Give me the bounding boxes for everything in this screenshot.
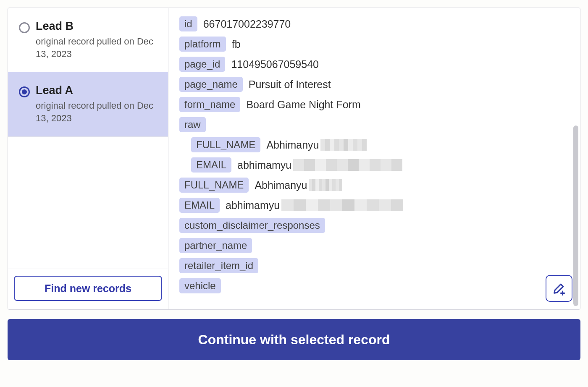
field-custom-disclaimer-responses: custom_disclaimer_responses: [179, 218, 569, 233]
field-form-name: form_name Board Game Night Form: [179, 97, 569, 112]
field-raw-email: EMAIL abhimamyu: [191, 157, 569, 173]
field-key: page_name: [179, 77, 243, 92]
field-id: id 667017002239770: [179, 16, 569, 31]
lead-text: Lead A original record pulled on Dec 13,…: [36, 84, 159, 124]
lead-subtitle: original record pulled on Dec 13, 2023: [36, 99, 159, 124]
field-key: FULL_NAME: [191, 137, 260, 152]
scrollbar[interactable]: [573, 126, 578, 306]
field-value: abhimamyu: [237, 159, 402, 171]
redacted-region: [309, 179, 342, 191]
field-value: fb: [232, 38, 241, 50]
redacted-region: [320, 139, 367, 151]
edit-button[interactable]: [546, 275, 572, 302]
find-new-records-button[interactable]: Find new records: [14, 276, 162, 301]
field-key: FULL_NAME: [179, 178, 249, 193]
field-email: EMAIL abhimamyu: [179, 198, 569, 213]
field-key: page_id: [179, 57, 225, 72]
field-key: platform: [179, 37, 226, 52]
redacted-region: [293, 159, 402, 171]
lead-text: Lead B original record pulled on Dec 13,…: [36, 20, 159, 60]
radio-unchecked-icon[interactable]: [19, 22, 30, 33]
field-partner-name: partner_name: [179, 238, 569, 253]
sidebar-spacer: [8, 137, 168, 269]
radio-checked-icon[interactable]: [19, 86, 30, 97]
lead-title: Lead A: [36, 84, 159, 97]
record-panel: Lead B original record pulled on Dec 13,…: [8, 8, 580, 310]
value-text: Abhimanyu: [255, 179, 307, 191]
record-detail: id 667017002239770 platform fb page_id 1…: [168, 8, 580, 309]
redacted-region: [281, 199, 403, 211]
field-key: form_name: [179, 97, 240, 112]
field-raw-full-name: FULL_NAME Abhimanyu: [191, 137, 569, 152]
value-text: Abhimanyu: [266, 139, 319, 151]
lead-title: Lead B: [36, 20, 159, 33]
field-key: retailer_item_id: [179, 258, 258, 273]
field-value: abhimamyu: [226, 199, 403, 212]
field-value: Pursuit of Interest: [249, 78, 331, 91]
lead-subtitle: original record pulled on Dec 13, 2023: [36, 35, 159, 60]
field-key: raw: [179, 117, 206, 132]
field-page-id: page_id 110495067059540: [179, 57, 569, 72]
value-text: abhimamyu: [237, 159, 291, 171]
field-page-name: page_name Pursuit of Interest: [179, 77, 569, 92]
field-raw: raw: [179, 117, 569, 132]
field-value: Abhimanyu: [266, 139, 367, 151]
lead-sidebar: Lead B original record pulled on Dec 13,…: [8, 8, 168, 309]
edit-plus-icon: [552, 281, 566, 295]
value-text: abhimamyu: [226, 199, 280, 212]
field-key: partner_name: [179, 238, 252, 253]
field-value: Board Game Night Form: [246, 99, 360, 111]
field-vehicle: vehicle: [179, 278, 569, 293]
lead-option-b[interactable]: Lead B original record pulled on Dec 13,…: [8, 8, 168, 72]
field-key: vehicle: [179, 278, 221, 293]
field-value: 110495067059540: [231, 58, 319, 71]
continue-button[interactable]: Continue with selected record: [8, 319, 580, 360]
field-retailer-item-id: retailer_item_id: [179, 258, 569, 273]
field-value: Abhimanyu: [255, 179, 342, 191]
field-key: id: [179, 16, 197, 31]
field-value: 667017002239770: [203, 18, 291, 30]
field-full-name: FULL_NAME Abhimanyu: [179, 178, 569, 193]
field-platform: platform fb: [179, 37, 569, 52]
field-key: custom_disclaimer_responses: [179, 218, 325, 233]
field-key: EMAIL: [191, 157, 231, 173]
sidebar-actions: Find new records: [8, 269, 168, 309]
lead-option-a[interactable]: Lead A original record pulled on Dec 13,…: [8, 72, 168, 136]
page-root: Lead B original record pulled on Dec 13,…: [0, 0, 588, 387]
field-key: EMAIL: [179, 198, 220, 213]
